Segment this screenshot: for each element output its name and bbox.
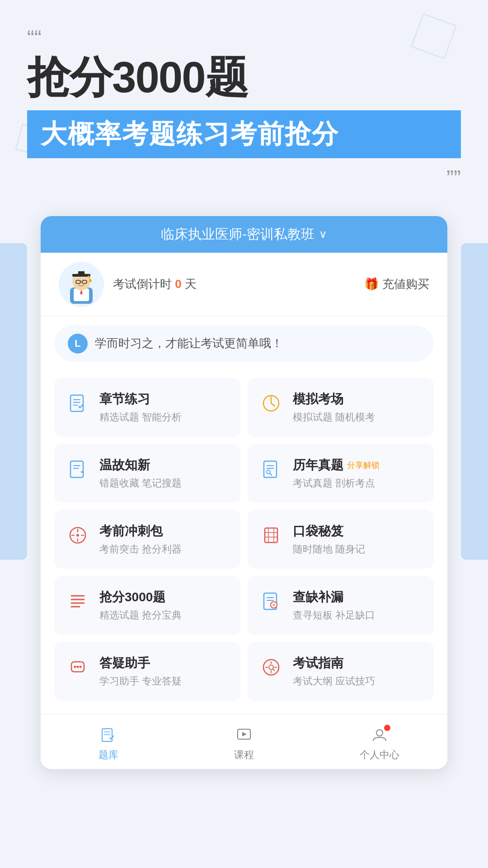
side-panel-left (0, 243, 27, 560)
mock-exam-icon (258, 391, 284, 416)
feature-grid: 章节练习 精选试题 智能分析 模拟考场 模拟试题 随机模考 (41, 371, 447, 714)
chapter-practice-title: 章节练习 (99, 391, 182, 408)
feature-item-sprint-pack[interactable]: 考前冲刺包 考前突击 抢分利器 (54, 510, 240, 569)
svg-point-49 (80, 665, 82, 668)
feature-item-mock-exam[interactable]: 模拟考场 模拟试题 随机模考 (248, 378, 434, 437)
side-panel-right (461, 243, 488, 560)
hero-section: ““ 抢分3000题 大概率考题练习考前抢分 ”” (0, 0, 488, 189)
sprint-pack-content: 考前冲刺包 考前突击 抢分利器 (99, 523, 182, 556)
qa-assistant-icon (65, 655, 90, 680)
feature-item-chapter-practice[interactable]: 章节练习 精选试题 智能分析 (54, 378, 240, 437)
sprint-pack-title: 考前冲刺包 (99, 523, 182, 540)
review-title: 温故知新 (99, 457, 182, 474)
app-topbar[interactable]: 临床执业医师-密训私教班 ∨ (41, 216, 447, 253)
svg-point-7 (89, 279, 92, 282)
pocket-tips-content: 口袋秘笈 随时随地 随身记 (293, 523, 365, 556)
past-exams-unlock: 分享解锁 (347, 460, 380, 471)
motto-icon: L (68, 334, 88, 354)
countdown-value: 0 (175, 277, 181, 291)
sprint-pack-icon (65, 523, 90, 548)
feature-item-pocket-tips[interactable]: 口袋秘笈 随时随地 随身记 (248, 510, 434, 569)
app-topbar-title: 临床执业医师-密训私教班 (161, 225, 314, 244)
motto-text: 学而时习之，才能让考试更简单哦！ (95, 335, 283, 351)
svg-point-24 (267, 470, 270, 474)
countdown-unit: 天 (185, 277, 197, 291)
fill-gaps-content: 查缺补漏 查寻短板 补足缺口 (293, 589, 375, 622)
fill-gaps-icon (258, 589, 284, 614)
mock-exam-content: 模拟考场 模拟试题 随机模考 (293, 391, 375, 424)
notification-dot (384, 725, 390, 731)
recharge-icon: 🎁 (364, 277, 379, 291)
pocket-tips-title: 口袋秘笈 (293, 523, 365, 540)
exam-guide-desc: 考试大纲 应试技巧 (293, 675, 375, 688)
svg-point-64 (376, 730, 383, 736)
hero-title: 抢分3000题 (27, 53, 461, 101)
recharge-button[interactable]: 🎁 充値购买 (364, 276, 429, 292)
avatar (59, 262, 104, 307)
hero-subtitle: 大概率考题练习考前抢分 (41, 119, 339, 148)
nav-item-course[interactable]: 课程 (176, 722, 312, 765)
feature-item-qa-assistant[interactable]: 答疑助手 学习助手 专业答疑 (54, 642, 240, 701)
svg-line-25 (270, 473, 272, 476)
nav-item-profile[interactable]: 个人中心 (312, 722, 447, 765)
app-card-wrapper: 临床执业医师-密训私教班 ∨ (0, 189, 488, 787)
svg-rect-11 (70, 395, 83, 411)
recharge-label: 充値购买 (382, 276, 429, 292)
qa-assistant-desc: 学习助手 专业答疑 (99, 675, 182, 688)
question-bank-nav-label: 题库 (99, 748, 118, 762)
profile-row: 考试倒计时 0 天 🎁 充値购买 (41, 253, 447, 316)
pocket-tips-icon (258, 523, 284, 548)
grab-3000-desc: 精选试题 抢分宝典 (99, 609, 182, 622)
chevron-down-icon: ∨ (319, 228, 327, 241)
grab-3000-icon (65, 589, 90, 614)
question-bank-nav-icon (99, 726, 118, 745)
feature-item-fill-gaps[interactable]: 查缺补漏 查寻短板 补足缺口 (248, 576, 434, 635)
nav-item-question-bank[interactable]: 题库 (41, 722, 176, 765)
avatar-image (59, 262, 104, 307)
feature-item-review[interactable]: 温故知新 错题收藏 笔记搜题 (54, 444, 240, 503)
profile-nav-icon (370, 726, 389, 745)
mock-exam-desc: 模拟试题 随机模考 (293, 410, 375, 424)
mock-exam-title: 模拟考场 (293, 391, 375, 408)
chapter-practice-desc: 精选试题 智能分析 (99, 410, 182, 424)
motto-bar: L 学而时习之，才能让考试更简单哦！ (54, 326, 434, 362)
review-icon (65, 457, 90, 482)
feature-item-exam-guide[interactable]: 考试指南 考试大纲 应试技巧 (248, 642, 434, 701)
course-nav-icon (234, 726, 254, 745)
bottom-nav: 题库 课程 个人中心 (41, 714, 447, 769)
profile-nav-label: 个人中心 (360, 748, 399, 762)
countdown-label: 考试倒计时 (113, 277, 172, 291)
svg-point-47 (74, 665, 76, 668)
past-exams-title: 历年真题 分享解锁 (293, 457, 380, 474)
qa-assistant-content: 答疑助手 学习助手 专业答疑 (99, 655, 182, 688)
fill-gaps-title: 查缺补漏 (293, 589, 375, 606)
chapter-practice-content: 章节练习 精选试题 智能分析 (99, 391, 182, 424)
qa-assistant-title: 答疑助手 (99, 655, 182, 672)
exam-guide-icon (258, 655, 284, 680)
svg-point-48 (77, 665, 79, 668)
quote-bottom: ”” (27, 167, 461, 189)
past-exams-content: 历年真题 分享解锁 考试真题 剖析考点 (293, 457, 380, 490)
feature-item-grab-3000[interactable]: 抢分3000题 精选试题 抢分宝典 (54, 576, 240, 635)
feature-item-past-exams[interactable]: 历年真题 分享解锁 考试真题 剖析考点 (248, 444, 434, 503)
exam-guide-title: 考试指南 (293, 655, 375, 672)
svg-line-17 (271, 403, 275, 406)
grab-3000-content: 抢分3000题 精选试题 抢分宝典 (99, 589, 182, 622)
svg-rect-32 (265, 528, 277, 542)
svg-line-58 (273, 669, 275, 671)
past-exams-icon (258, 457, 284, 482)
course-nav-label: 课程 (234, 748, 254, 762)
review-desc: 错题收藏 笔记搜题 (99, 476, 182, 490)
sprint-pack-desc: 考前突击 抢分利器 (99, 542, 182, 556)
exam-guide-content: 考试指南 考试大纲 应试技巧 (293, 655, 375, 688)
countdown-section: 考试倒计时 0 天 (104, 276, 364, 292)
svg-marker-63 (242, 732, 247, 736)
svg-rect-18 (70, 461, 83, 477)
app-card: 临床执业医师-密训私教班 ∨ (41, 216, 447, 769)
pocket-tips-desc: 随时随地 随身记 (293, 542, 365, 556)
chapter-practice-icon (65, 391, 90, 416)
svg-point-27 (76, 534, 79, 537)
svg-rect-5 (78, 271, 84, 275)
quote-top: ““ (27, 27, 461, 49)
hero-subtitle-bar: 大概率考题练习考前抢分 (27, 110, 461, 158)
